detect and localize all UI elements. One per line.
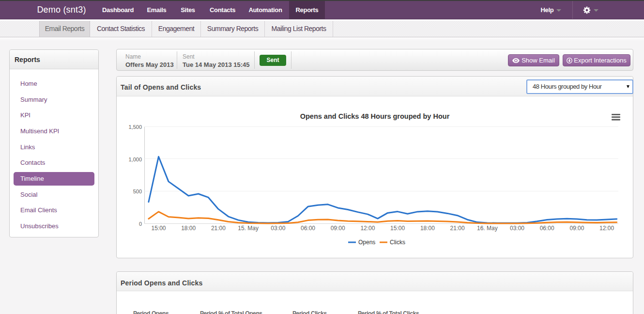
- svg-text:Clicks: Clicks: [390, 239, 405, 246]
- svg-text:09:00: 09:00: [331, 225, 345, 232]
- svg-text:15:00: 15:00: [151, 225, 166, 232]
- svg-text:Opens: Opens: [358, 239, 375, 246]
- svg-text:12:00: 12:00: [599, 225, 614, 232]
- svg-text:09:00: 09:00: [569, 225, 584, 232]
- svg-text:15. May: 15. May: [238, 225, 259, 232]
- svg-text:03:00: 03:00: [510, 225, 524, 232]
- svg-text:0: 0: [139, 221, 142, 227]
- svg-text:06:00: 06:00: [301, 225, 315, 232]
- svg-text:18:00: 18:00: [181, 225, 196, 232]
- svg-text:Opens and Clicks 48 Hours grou: Opens and Clicks 48 Hours grouped by Hou…: [300, 112, 450, 120]
- svg-text:500: 500: [133, 188, 142, 194]
- svg-text:18:00: 18:00: [420, 225, 435, 232]
- svg-text:21:00: 21:00: [450, 225, 465, 232]
- svg-text:15:00: 15:00: [390, 225, 405, 232]
- svg-text:03:00: 03:00: [271, 225, 285, 232]
- svg-text:21:00: 21:00: [211, 225, 226, 232]
- svg-text:16. May: 16. May: [477, 225, 498, 232]
- svg-text:1,500: 1,500: [128, 124, 142, 130]
- svg-text:06:00: 06:00: [540, 225, 554, 232]
- svg-text:1,000: 1,000: [128, 157, 142, 162]
- svg-text:12:00: 12:00: [360, 225, 375, 232]
